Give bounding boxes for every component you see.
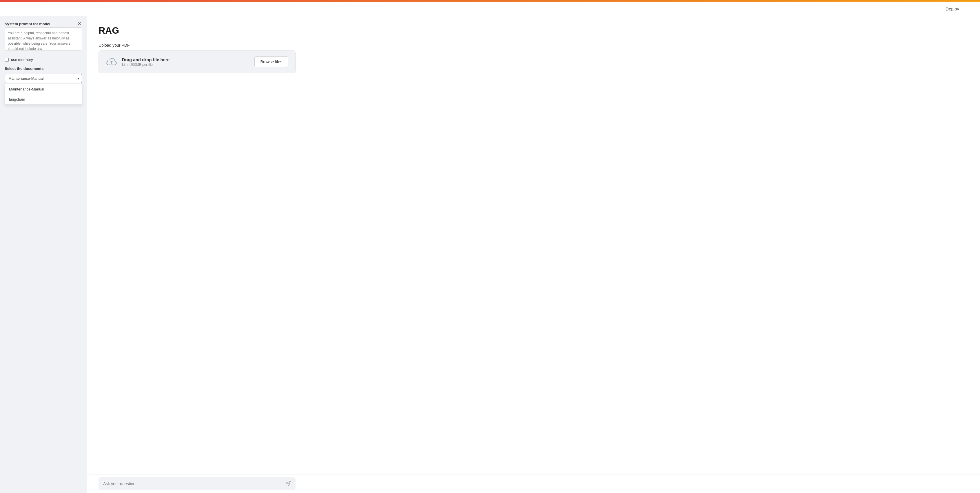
limit-text: Limit 200MB per file: [122, 63, 170, 67]
use-memory-checkbox[interactable]: [5, 58, 9, 62]
system-prompt-label: System prompt for model: [5, 22, 82, 26]
system-prompt-section: System prompt for model: [5, 22, 82, 52]
drag-drop-text: Drag and drop file here: [122, 57, 170, 62]
close-icon: ✕: [77, 21, 81, 26]
sidebar: ✕ System prompt for model use mermory Se…: [0, 16, 87, 493]
question-input-wrapper: [99, 477, 296, 490]
main-content: RAG Upload your PDF Dr: [87, 16, 980, 474]
select-documents-label: Select the documents: [5, 66, 82, 71]
dropdown-item-maintenance-manual[interactable]: Maintenance-Manual: [5, 84, 82, 94]
close-button[interactable]: ✕: [76, 20, 83, 27]
upload-left: Drag and drop file here Limit 200MB per …: [106, 56, 170, 67]
document-dropdown-wrapper: Maintenance-Manual ▾ Maintenance-Manual …: [5, 73, 82, 83]
bottom-bar: [87, 474, 980, 493]
upload-text-block: Drag and drop file here Limit 200MB per …: [122, 57, 170, 67]
page-title: RAG: [99, 25, 969, 36]
dropdown-item-langchain[interactable]: langchain: [5, 94, 82, 104]
deploy-button[interactable]: Deploy: [943, 5, 961, 13]
dropdown-menu: Maintenance-Manual langchain: [5, 84, 82, 105]
use-memory-row: use mermory: [5, 57, 82, 62]
send-icon: [285, 481, 291, 487]
system-prompt-textarea[interactable]: [5, 27, 82, 51]
more-options-icon: ⋮: [966, 5, 972, 12]
question-input[interactable]: [103, 482, 285, 486]
more-options-button[interactable]: ⋮: [965, 5, 973, 13]
send-button[interactable]: [285, 481, 291, 487]
document-dropdown[interactable]: Maintenance-Manual: [5, 73, 82, 83]
browse-files-button[interactable]: Browse files: [255, 56, 288, 67]
select-documents-section: Select the documents Maintenance-Manual …: [5, 66, 82, 83]
upload-pdf-label: Upload your PDF: [99, 43, 296, 48]
cloud-upload-icon: [106, 56, 117, 67]
use-memory-label[interactable]: use mermory: [11, 57, 33, 62]
upload-dropzone[interactable]: Drag and drop file here Limit 200MB per …: [99, 51, 296, 73]
upload-section: Upload your PDF Drag and drop file here: [99, 43, 296, 73]
header: Deploy ⋮: [0, 2, 980, 16]
